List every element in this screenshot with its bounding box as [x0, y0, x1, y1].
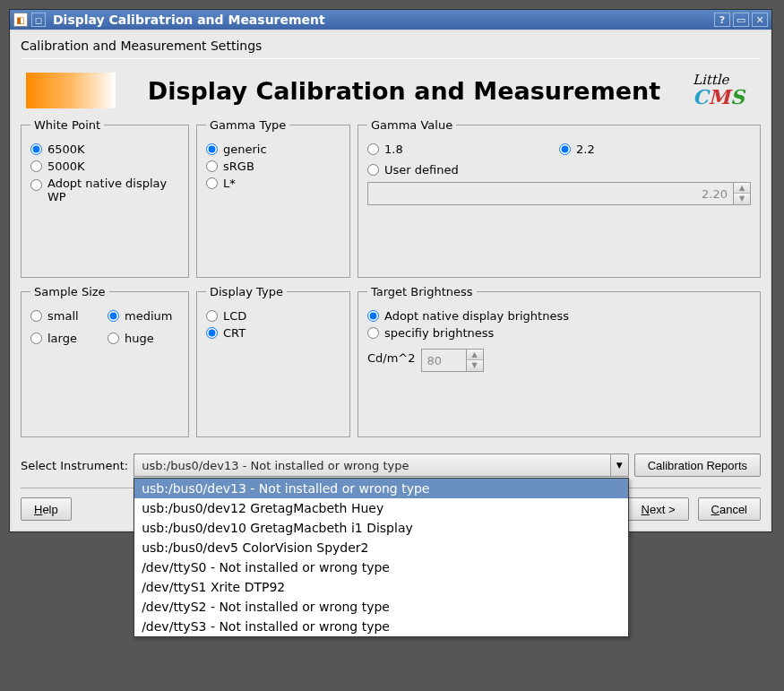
targetbrightness-legend: Target Brightness — [367, 285, 477, 298]
radio-gamma-22-input[interactable] — [559, 143, 571, 155]
radio-medium[interactable]: medium — [108, 309, 179, 323]
instrument-option[interactable]: usb:/bus0/dev10 GretagMacbeth i1 Display — [134, 518, 628, 538]
radio-crt-input[interactable] — [206, 327, 218, 339]
gamma-spin-value: 2.20 — [368, 187, 733, 201]
group-gammavalue: Gamma Value 1.8 2.2 — [358, 118, 761, 278]
instrument-label: Select Instrument: — [21, 459, 128, 472]
displaytype-legend: Display Type — [206, 285, 287, 298]
close-icon[interactable]: ✕ — [752, 13, 768, 27]
radio-small[interactable]: small — [30, 309, 102, 323]
radio-gamma-18[interactable]: 1.8 — [367, 143, 559, 156]
radio-6500k-input[interactable] — [30, 143, 42, 155]
next-button[interactable]: Next > — [628, 497, 689, 521]
instrument-combo[interactable]: usb:/bus0/dev13 - Not installed or wrong… — [134, 453, 629, 477]
samplesize-legend: Sample Size — [30, 285, 109, 298]
littlecms-logo: Little CMS — [693, 72, 755, 109]
cancel-button[interactable]: Cancel — [698, 497, 761, 521]
gamma-spin: 2.20 ▲ ▼ — [367, 182, 751, 205]
radio-gamma-18-input[interactable] — [367, 143, 379, 155]
instrument-row: Select Instrument: usb:/bus0/dev13 - Not… — [21, 453, 761, 477]
radio-brightness-native-input[interactable] — [367, 310, 379, 322]
radio-srgb-input[interactable] — [206, 160, 218, 172]
radio-gamma-22[interactable]: 2.2 — [559, 143, 751, 156]
help-button[interactable]: Help — [21, 497, 72, 521]
radio-crt[interactable]: CRT — [206, 326, 340, 340]
banner: Display Calibration and Measurement Litt… — [21, 68, 761, 118]
group-targetbrightness: Target Brightness Adopt native display b… — [358, 285, 761, 437]
whitepoint-legend: White Point — [30, 118, 104, 132]
radio-5000k[interactable]: 5000K — [30, 160, 179, 173]
radio-gamma-user-input[interactable] — [367, 164, 379, 176]
radio-generic-input[interactable] — [206, 143, 218, 155]
radio-huge-input[interactable] — [108, 333, 119, 344]
instrument-option[interactable]: /dev/ttyS1 Xrite DTP92 — [134, 577, 628, 597]
instrument-option[interactable]: /dev/ttyS0 - Not installed or wrong type — [134, 557, 628, 577]
radio-medium-input[interactable] — [108, 310, 119, 322]
instrument-selected: usb:/bus0/dev13 - Not installed or wrong… — [134, 459, 610, 472]
group-samplesize: Sample Size small medium large — [21, 285, 189, 437]
radio-gamma-user[interactable]: User defined — [367, 163, 751, 177]
radio-brightness-specify[interactable]: specifiy brightness — [367, 326, 751, 340]
client-area: Calibration and Measurement Settings Dis… — [10, 30, 771, 531]
window-title: Display Calibratrion and Measurement — [49, 13, 711, 27]
radio-large[interactable]: large — [30, 332, 102, 345]
instrument-option[interactable]: usb:/bus0/dev5 ColorVision Spyder2 — [134, 538, 628, 557]
gradient-swatch-icon — [26, 73, 116, 108]
radio-lstar[interactable]: L* — [206, 177, 340, 190]
radio-huge[interactable]: huge — [108, 332, 179, 345]
instrument-dropdown[interactable]: usb:/bus0/dev13 - Not installed or wrong… — [134, 478, 629, 637]
page-subtitle: Calibration and Measurement Settings — [21, 37, 761, 58]
gamma-spin-up-icon[interactable]: ▲ — [734, 183, 750, 194]
instrument-option[interactable]: /dev/ttyS2 - Not installed or wrong type — [134, 597, 628, 617]
radio-brightness-native[interactable]: Adopt native display brightness — [367, 309, 751, 323]
instrument-option[interactable]: /dev/ttyS3 - Not installed or wrong type — [134, 617, 628, 636]
radio-native-wp[interactable]: Adopt native display WP — [30, 177, 179, 203]
brightness-spin: 80 ▲ ▼ — [421, 349, 484, 372]
group-displaytype: Display Type LCD CRT — [196, 285, 350, 437]
radio-brightness-specify-input[interactable] — [367, 327, 379, 339]
group-gammatype: Gamma Type generic sRGB L* — [196, 118, 350, 278]
chevron-down-icon[interactable]: ▼ — [610, 454, 628, 476]
shade-icon[interactable]: ◻ — [31, 13, 46, 27]
radio-small-input[interactable] — [30, 310, 42, 322]
banner-heading: Display Calibration and Measurement — [126, 77, 682, 105]
radio-lcd[interactable]: LCD — [206, 309, 340, 323]
app-icon: ◧ — [13, 13, 28, 27]
instrument-option[interactable]: usb:/bus0/dev13 - Not installed or wrong… — [134, 479, 628, 498]
brightness-spin-up-icon[interactable]: ▲ — [467, 350, 483, 360]
calibration-reports-button[interactable]: Calibration Reports — [634, 453, 761, 477]
help-icon[interactable]: ? — [714, 13, 730, 27]
radio-large-input[interactable] — [30, 333, 42, 344]
brightness-spin-value: 80 — [422, 354, 466, 367]
titlebar[interactable]: ◧ ◻ Display Calibratrion and Measurement… — [10, 10, 771, 30]
radio-generic[interactable]: generic — [206, 143, 340, 156]
settings-groups: White Point 6500K 5000K Adopt native dis… — [21, 118, 761, 445]
divider — [21, 58, 761, 59]
brightness-unit-label: Cd/m^2 — [367, 351, 416, 365]
gammatype-legend: Gamma Type — [206, 118, 289, 132]
radio-6500k[interactable]: 6500K — [30, 143, 179, 156]
radio-lstar-input[interactable] — [206, 177, 218, 189]
brightness-spin-down-icon[interactable]: ▼ — [467, 360, 483, 371]
radio-5000k-input[interactable] — [30, 160, 42, 172]
minimize-icon[interactable]: ▭ — [733, 13, 749, 27]
dialog-window: ◧ ◻ Display Calibratrion and Measurement… — [9, 9, 772, 532]
radio-lcd-input[interactable] — [206, 310, 218, 322]
gammavalue-legend: Gamma Value — [367, 118, 456, 132]
instrument-option[interactable]: usb:/bus0/dev12 GretagMacbeth Huey — [134, 498, 628, 518]
instrument-combo-box[interactable]: usb:/bus0/dev13 - Not installed or wrong… — [134, 453, 629, 477]
radio-srgb[interactable]: sRGB — [206, 160, 340, 173]
group-whitepoint: White Point 6500K 5000K Adopt native dis… — [21, 118, 189, 278]
radio-native-wp-input[interactable] — [30, 179, 42, 191]
gamma-spin-down-icon[interactable]: ▼ — [734, 194, 750, 204]
